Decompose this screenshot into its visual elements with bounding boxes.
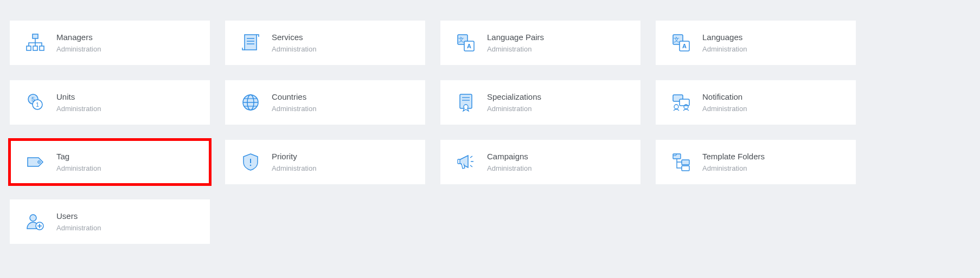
- translate-icon: [668, 29, 695, 56]
- card-title: Campaigns: [487, 152, 531, 161]
- card-subtitle: Administration: [487, 164, 531, 172]
- card-managers[interactable]: ManagersAdministration: [10, 21, 210, 65]
- card-title: Services: [272, 33, 316, 42]
- user-plus-icon: [22, 208, 49, 235]
- scroll-icon: [237, 29, 264, 56]
- card-title: Notification: [702, 92, 747, 101]
- card-text: CountriesAdministration: [272, 92, 316, 113]
- card-subtitle: Administration: [272, 45, 316, 53]
- hierarchy-icon: [22, 29, 49, 56]
- card-title: Language Pairs: [487, 33, 544, 42]
- card-text: SpecializationsAdministration: [487, 92, 541, 113]
- card-units[interactable]: UnitsAdministration: [10, 80, 210, 125]
- card-text: CampaignsAdministration: [487, 152, 531, 172]
- folders-tree-icon: [668, 148, 695, 176]
- card-subtitle: Administration: [702, 105, 747, 113]
- tag-icon: [22, 148, 49, 176]
- card-text: NotificationAdministration: [702, 92, 747, 113]
- card-title: Managers: [56, 33, 101, 42]
- card-languages[interactable]: LanguagesAdministration: [656, 21, 856, 65]
- card-text: TagAdministration: [56, 152, 101, 172]
- card-specializations[interactable]: SpecializationsAdministration: [440, 80, 640, 125]
- globe-icon: [237, 89, 264, 116]
- card-language-pairs[interactable]: Language PairsAdministration: [440, 21, 640, 65]
- card-text: Language PairsAdministration: [487, 33, 544, 53]
- card-subtitle: Administration: [702, 45, 747, 53]
- card-text: UsersAdministration: [56, 211, 101, 232]
- card-countries[interactable]: CountriesAdministration: [225, 80, 425, 125]
- coins-icon: [22, 89, 49, 116]
- card-text: UnitsAdministration: [56, 92, 101, 113]
- card-subtitle: Administration: [56, 164, 101, 172]
- card-subtitle: Administration: [487, 45, 544, 53]
- chat-icon: [668, 89, 695, 116]
- card-text: Template FoldersAdministration: [702, 152, 765, 172]
- card-tag[interactable]: TagAdministration: [10, 140, 210, 184]
- card-notification[interactable]: NotificationAdministration: [656, 80, 856, 125]
- card-subtitle: Administration: [487, 105, 541, 113]
- admin-cards-grid: ManagersAdministrationServicesAdministra…: [10, 21, 856, 244]
- card-text: PriorityAdministration: [272, 152, 316, 172]
- card-title: Template Folders: [702, 152, 765, 161]
- card-title: Tag: [56, 152, 101, 161]
- card-subtitle: Administration: [56, 45, 101, 53]
- card-template-folders[interactable]: Template FoldersAdministration: [656, 140, 856, 184]
- translate-icon: [452, 29, 479, 56]
- card-users[interactable]: UsersAdministration: [10, 199, 210, 244]
- card-text: ManagersAdministration: [56, 33, 101, 53]
- card-title: Users: [56, 211, 101, 221]
- card-subtitle: Administration: [272, 164, 316, 172]
- card-subtitle: Administration: [56, 105, 101, 113]
- card-services[interactable]: ServicesAdministration: [225, 21, 425, 65]
- card-priority[interactable]: PriorityAdministration: [225, 140, 425, 184]
- megaphone-icon: [452, 148, 479, 176]
- certificate-icon: [452, 89, 479, 116]
- card-campaigns[interactable]: CampaignsAdministration: [440, 140, 640, 184]
- card-subtitle: Administration: [272, 105, 316, 113]
- card-title: Languages: [702, 33, 747, 42]
- card-title: Countries: [272, 92, 316, 101]
- card-text: LanguagesAdministration: [702, 33, 747, 53]
- card-title: Specializations: [487, 92, 541, 101]
- card-title: Units: [56, 92, 101, 101]
- card-subtitle: Administration: [702, 164, 765, 172]
- card-subtitle: Administration: [56, 224, 101, 232]
- card-text: ServicesAdministration: [272, 33, 316, 53]
- shield-icon: [237, 148, 264, 176]
- card-title: Priority: [272, 152, 316, 161]
